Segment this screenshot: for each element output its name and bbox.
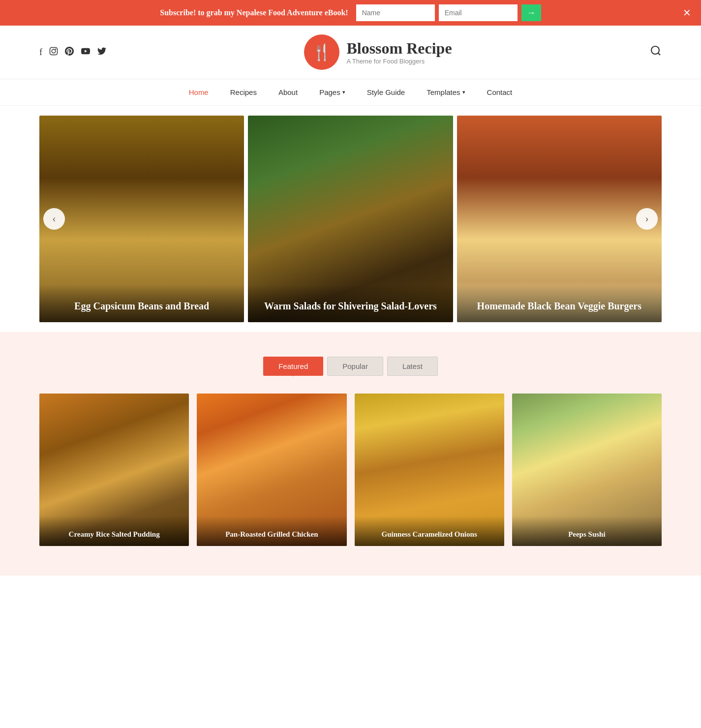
tab-featured[interactable]: Featured (263, 357, 323, 376)
featured-section: Featured Popular Latest Creamy Rice Salt… (0, 332, 701, 576)
logo-circle: 🍴 (304, 34, 339, 70)
card-4[interactable]: Peeps Sushi (512, 394, 662, 546)
slide-1: Egg Capsicum Beans and Bread (39, 116, 244, 322)
tab-row: Featured Popular Latest (39, 357, 662, 376)
nav-item-templates[interactable]: Templates ▾ (416, 79, 476, 105)
instagram-icon[interactable] (49, 47, 58, 58)
slide-2: Warm Salads for Shivering Salad-Lovers (248, 116, 453, 322)
fork-icon: 🍴 (312, 43, 332, 61)
nav-item-style-guide[interactable]: Style Guide (356, 79, 416, 105)
slide-overlay-2: Warm Salads for Shivering Salad-Lovers (248, 285, 453, 322)
slider-next-button[interactable]: › (636, 208, 658, 230)
card-title-4: Peeps Sushi (512, 516, 662, 546)
youtube-icon[interactable] (81, 47, 91, 58)
hero-slider: ‹ Egg Capsicum Beans and Bread Warm Sala… (0, 106, 701, 332)
nav-item-recipes[interactable]: Recipes (219, 79, 268, 105)
pinterest-icon[interactable] (65, 47, 74, 58)
announce-name-input[interactable] (356, 4, 435, 21)
logo-subtitle: A Theme for Food Bloggers (346, 58, 452, 65)
search-icon[interactable] (650, 45, 662, 60)
card-2[interactable]: Pan-Roasted Grilled Chicken (197, 394, 346, 546)
cards-grid: Creamy Rice Salted Pudding Pan-Roasted G… (39, 394, 662, 546)
social-links: f (39, 47, 106, 58)
slider-prev-button[interactable]: ‹ (43, 208, 65, 230)
announce-close-button[interactable]: ✕ (683, 8, 691, 18)
slide-title-2: Warm Salads for Shivering Salad-Lovers (258, 300, 443, 312)
card-title-1: Creamy Rice Salted Pudding (39, 516, 189, 546)
facebook-icon[interactable]: f (39, 47, 42, 58)
nav-item-contact[interactable]: Contact (476, 79, 523, 105)
announcement-bar: Subscribe! to grab my Nepalese Food Adve… (0, 0, 701, 26)
svg-point-2 (55, 48, 56, 49)
twitter-icon[interactable] (97, 47, 106, 58)
nav-item-about[interactable]: About (268, 79, 308, 105)
slide-title-1: Egg Capsicum Beans and Bread (49, 300, 234, 312)
announce-submit-button[interactable]: → (521, 4, 541, 21)
nav-item-home[interactable]: Home (178, 79, 219, 105)
pages-dropdown-chevron: ▾ (342, 89, 345, 95)
tab-popular[interactable]: Popular (327, 357, 383, 376)
announce-form: → (356, 4, 541, 21)
tab-latest[interactable]: Latest (387, 357, 438, 376)
card-3[interactable]: Guinness Caramelized Onions (355, 394, 504, 546)
card-1[interactable]: Creamy Rice Salted Pudding (39, 394, 189, 546)
svg-line-4 (658, 53, 660, 55)
slide-title-3: Homemade Black Bean Veggie Burgers (467, 300, 652, 312)
slide-overlay-3: Homemade Black Bean Veggie Burgers (457, 285, 662, 322)
site-header: f 🍴 Blossom Recipe A Theme for Food Blog… (0, 26, 701, 79)
site-logo[interactable]: 🍴 Blossom Recipe A Theme for Food Blogge… (304, 34, 452, 70)
logo-title: Blossom Recipe (346, 39, 452, 58)
slide-overlay-1: Egg Capsicum Beans and Bread (39, 285, 244, 322)
svg-rect-0 (50, 47, 58, 55)
logo-text: Blossom Recipe A Theme for Food Bloggers (346, 39, 452, 65)
main-nav: Home Recipes About Pages ▾ Style Guide T… (0, 79, 701, 106)
announce-text: Subscribe! to grab my Nepalese Food Adve… (160, 8, 348, 17)
card-title-2: Pan-Roasted Grilled Chicken (197, 516, 346, 546)
svg-point-1 (52, 49, 56, 53)
card-title-3: Guinness Caramelized Onions (355, 516, 504, 546)
svg-point-3 (651, 46, 659, 54)
templates-dropdown-chevron: ▾ (462, 89, 465, 95)
slide-3: Homemade Black Bean Veggie Burgers (457, 116, 662, 322)
slider-container: Egg Capsicum Beans and Bread Warm Salads… (39, 116, 662, 322)
nav-item-pages[interactable]: Pages ▾ (308, 79, 356, 105)
announce-email-input[interactable] (439, 4, 518, 21)
